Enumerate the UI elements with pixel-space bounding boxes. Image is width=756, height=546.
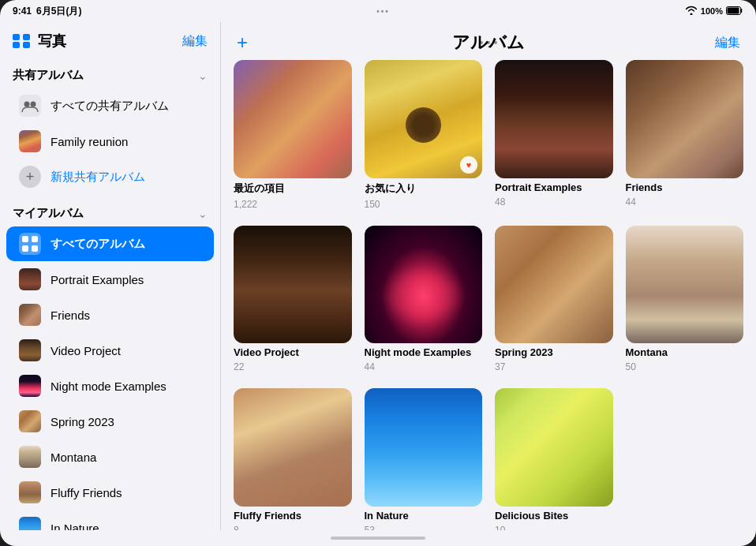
night-thumbnail: [19, 375, 41, 397]
sidebar-title: 写真: [38, 32, 66, 50]
album-count-bites-alb: 10: [495, 525, 613, 531]
album-item-montana-alb[interactable]: Montana50: [626, 226, 744, 373]
status-bar-left: 9:41 6月5日(月): [13, 5, 81, 18]
portrait-label: Portrait Examples: [51, 273, 144, 286]
album-item-fluffy-alb[interactable]: Fluffy Friends8: [234, 388, 352, 530]
sidebar-item-montana[interactable]: Montana: [6, 439, 214, 474]
album-thumbnail-portrait-ex: [495, 60, 613, 178]
my-albums-title: マイアルバム: [13, 206, 84, 221]
album-thumbnail-recent: [234, 60, 352, 178]
friends-label: Friends: [51, 309, 90, 322]
content-title: アルバム: [452, 31, 525, 54]
svg-rect-3: [23, 34, 30, 40]
album-item-bites-alb[interactable]: Delicious Bites10: [495, 388, 613, 530]
svg-rect-5: [23, 42, 30, 48]
svg-rect-9: [19, 233, 41, 255]
album-grid: 最近の項目1,222♥お気に入り150Portrait Examples48Fr…: [221, 60, 756, 530]
svg-point-8: [31, 102, 36, 107]
album-name-video-proj: Video Project: [234, 346, 352, 358]
family-reunion-label: Family reunion: [51, 135, 128, 148]
album-count-fluffy-alb: 8: [234, 525, 352, 531]
album-name-spring-alb: Spring 2023: [495, 346, 613, 358]
album-item-video-proj[interactable]: Video Project22: [234, 226, 352, 373]
sidebar-toggle-icon[interactable]: [13, 32, 30, 50]
sidebar-edit-button[interactable]: 編集: [182, 33, 208, 50]
sidebar-content: 共有アルバム ⌄ すべての共有アルバム Family reunion: [0, 57, 220, 530]
new-shared-label: 新規共有アルバム: [51, 170, 145, 185]
status-bar-right: 100%: [685, 6, 743, 17]
shared-albums-section-header: 共有アルバム ⌄: [0, 57, 220, 88]
album-name-friends-alb: Friends: [626, 181, 744, 193]
album-name-portrait-ex: Portrait Examples: [495, 181, 613, 193]
bottom-bar: [0, 530, 756, 546]
album-count-recent: 1,222: [234, 199, 352, 210]
album-thumbnail-favorites: ♥: [365, 60, 483, 178]
status-bar: 9:41 6月5日(月) ••• 100%: [0, 0, 756, 22]
sidebar-item-fluffy-friends[interactable]: Fluffy Friends: [6, 475, 214, 510]
sidebar-item-portrait-examples[interactable]: Portrait Examples: [6, 262, 214, 297]
sidebar-item-spring-2023[interactable]: Spring 2023: [6, 404, 214, 439]
album-item-nature-alb[interactable]: In Nature53: [365, 388, 483, 530]
all-albums-label: すべてのアルバム: [51, 237, 145, 252]
sidebar-item-night-mode[interactable]: Night mode Examples: [6, 368, 214, 403]
album-name-fluffy-alb: Fluffy Friends: [234, 510, 352, 522]
time-display: 9:41: [13, 6, 32, 17]
svg-rect-2: [13, 34, 20, 40]
svg-rect-11: [32, 236, 38, 242]
sidebar-item-friends[interactable]: Friends: [6, 297, 214, 332]
svg-rect-1: [728, 7, 739, 13]
album-count-night-ex: 44: [365, 361, 483, 372]
dots-indicator: •••: [376, 7, 390, 16]
family-reunion-thumbnail: [19, 130, 41, 152]
main-container: 写真 編集 共有アルバム ⌄ すべての共有アルバム: [0, 22, 756, 530]
album-thumbnail-video-proj: [234, 226, 352, 344]
album-item-spring-alb[interactable]: Spring 202337: [495, 226, 613, 373]
album-item-favorites[interactable]: ♥お気に入り150: [365, 60, 483, 210]
content-header: + アルバム 編集: [221, 22, 756, 60]
my-albums-chevron[interactable]: ⌄: [198, 208, 208, 220]
spring-thumbnail: [19, 410, 41, 432]
album-item-friends-alb[interactable]: Friends44: [626, 60, 744, 210]
sidebar-item-video-project[interactable]: Video Project: [6, 333, 214, 368]
svg-rect-13: [32, 245, 38, 252]
all-shared-icon: [19, 95, 41, 117]
battery-display: 100%: [701, 6, 723, 16]
album-name-montana-alb: Montana: [626, 346, 744, 358]
all-albums-icon: [19, 233, 41, 255]
sidebar-item-all-albums[interactable]: すべてのアルバム: [6, 226, 214, 261]
album-name-nature-alb: In Nature: [365, 510, 483, 522]
content-edit-button[interactable]: 編集: [715, 35, 740, 51]
shared-albums-title: 共有アルバム: [13, 68, 84, 83]
album-thumbnail-spring-alb: [495, 226, 613, 344]
night-label: Night mode Examples: [51, 380, 167, 393]
album-thumbnail-fluffy-alb: [234, 388, 352, 507]
album-count-spring-alb: 37: [495, 361, 613, 372]
album-count-friends-alb: 44: [626, 196, 744, 208]
album-thumbnail-bites-alb: [495, 388, 613, 507]
sidebar-item-in-nature[interactable]: In Nature: [6, 510, 214, 530]
album-count-video-proj: 22: [234, 361, 352, 372]
video-thumbnail: [19, 339, 41, 361]
sidebar-item-new-shared[interactable]: + 新規共有アルバム: [6, 159, 214, 194]
home-indicator: [331, 537, 425, 540]
portrait-thumbnail: [19, 268, 41, 290]
album-count-favorites: 150: [365, 199, 483, 210]
new-shared-add-icon: +: [19, 166, 41, 188]
spring-label: Spring 2023: [51, 415, 114, 428]
sidebar-item-all-shared[interactable]: すべての共有アルバム: [6, 88, 214, 123]
album-item-portrait-ex[interactable]: Portrait Examples48: [495, 60, 613, 210]
nature-thumbnail: [19, 517, 41, 530]
content-area: + アルバム 編集 最近の項目1,222♥お気に入り150Portrait Ex…: [221, 22, 756, 530]
svg-rect-10: [22, 236, 28, 242]
svg-rect-12: [22, 245, 28, 252]
fluffy-thumbnail: [19, 481, 41, 503]
montana-thumbnail: [19, 446, 41, 468]
album-name-bites-alb: Delicious Bites: [495, 510, 613, 522]
album-item-night-ex[interactable]: Night mode Examples44: [365, 226, 483, 373]
shared-albums-chevron[interactable]: ⌄: [198, 69, 208, 82]
my-albums-section-header: マイアルバム ⌄: [0, 195, 220, 226]
album-thumbnail-montana-alb: [626, 226, 744, 344]
add-album-button[interactable]: +: [237, 32, 248, 54]
album-item-recent[interactable]: 最近の項目1,222: [234, 60, 352, 210]
sidebar-item-family-reunion[interactable]: Family reunion: [6, 124, 214, 159]
